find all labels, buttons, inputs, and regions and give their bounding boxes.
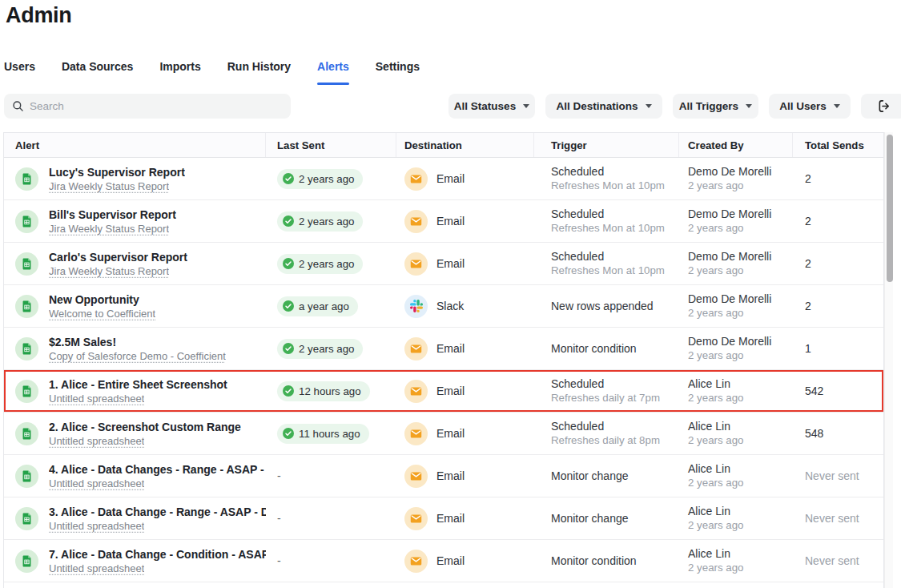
column-header-alert: Alert bbox=[4, 133, 266, 157]
last-sent-empty: - bbox=[277, 512, 281, 525]
destination-label: Email bbox=[436, 257, 465, 270]
total-sends-value: 2 bbox=[805, 300, 811, 312]
trigger-detail: Refreshes Mon at 10pm bbox=[551, 179, 665, 193]
tab-bar: UsersData SourcesImportsRun HistoryAlert… bbox=[4, 58, 420, 79]
table-row[interactable]: Carlo's Supervisor Report Jira Weekly St… bbox=[4, 243, 883, 285]
created-by-name: Alice Lin bbox=[688, 419, 743, 433]
created-by-name: Demo De Morelli bbox=[688, 334, 771, 348]
table-row[interactable]: 7. Alice - Data Change - Condition - ASA… bbox=[4, 540, 883, 582]
email-icon bbox=[404, 337, 428, 360]
created-by-ago: 2 years ago bbox=[688, 264, 771, 278]
tab-imports[interactable]: Imports bbox=[159, 58, 200, 79]
filter-all-destinations[interactable]: All Destinations bbox=[545, 94, 662, 119]
table-row[interactable]: 2. Alice - Screenshot Custom Range Untit… bbox=[4, 413, 883, 455]
alert-source-link[interactable]: Untitled spreadsheet bbox=[49, 477, 144, 490]
trigger-detail: Refreshes Mon at 10pm bbox=[551, 221, 665, 236]
table-row[interactable]: Bill's Supervisor Report Jira Weekly Sta… bbox=[4, 200, 883, 243]
spreadsheet-icon bbox=[15, 507, 38, 530]
trigger-type: New rows appended bbox=[551, 299, 654, 313]
alert-title: 7. Alice - Data Change - Condition - ASA… bbox=[49, 547, 266, 562]
last-sent-badge: 2 years ago bbox=[277, 169, 363, 189]
last-sent-badge: a year ago bbox=[277, 296, 358, 316]
created-by-name: Demo De Morelli bbox=[688, 292, 771, 306]
tab-alerts[interactable]: Alerts bbox=[317, 58, 349, 79]
filter-all-statuses[interactable]: All Statuses bbox=[448, 94, 535, 119]
table-row[interactable]: 1. Alice - Entire Sheet Screenshot Untit… bbox=[4, 370, 883, 413]
last-sent-text: 12 hours ago bbox=[299, 385, 361, 397]
alert-source-link[interactable]: Untitled spreadsheet bbox=[49, 392, 144, 405]
search-icon bbox=[12, 100, 24, 112]
destination-label: Email bbox=[436, 215, 465, 228]
trigger-detail: Refreshes daily at 8pm bbox=[551, 433, 660, 448]
created-by-name: Alice Lin bbox=[688, 377, 743, 391]
alert-source-link[interactable]: Jira Weekly Status Report bbox=[49, 264, 169, 278]
alert-title: New Opportunity bbox=[49, 292, 155, 307]
partial-row bbox=[4, 582, 883, 588]
search-input[interactable] bbox=[30, 100, 283, 112]
alert-source-link[interactable]: Welcome to Coefficient bbox=[49, 307, 155, 320]
alert-source-link[interactable]: Copy of Salesforce Demo - Coefficient bbox=[49, 349, 226, 363]
created-by-ago: 2 years ago bbox=[688, 391, 743, 405]
total-sends-value: Never sent bbox=[805, 469, 859, 482]
email-icon bbox=[404, 422, 428, 445]
alert-source-link[interactable]: Untitled spreadsheet bbox=[49, 562, 144, 575]
table-row[interactable]: $2.5M Sales! Copy of Salesforce Demo - C… bbox=[4, 328, 883, 370]
check-circle-icon bbox=[283, 258, 294, 269]
created-by-name: Alice Lin bbox=[688, 504, 743, 518]
alert-source-link[interactable]: Untitled spreadsheet bbox=[49, 519, 144, 533]
filter-label: All Triggers bbox=[679, 100, 738, 112]
filter-label: All Users bbox=[779, 100, 827, 112]
email-icon bbox=[404, 210, 428, 233]
table-row[interactable]: 4. Alice - Data Changes - Range - ASAP -… bbox=[4, 455, 883, 497]
last-sent-badge: 2 years ago bbox=[277, 211, 363, 232]
table-row[interactable]: Lucy's Supervisor Report Jira Weekly Sta… bbox=[4, 158, 883, 200]
created-by-ago: 2 years ago bbox=[688, 561, 743, 575]
created-by-name: Demo De Morelli bbox=[688, 207, 771, 221]
scrollbar-track[interactable] bbox=[884, 132, 893, 588]
table-header-row: AlertLast SentDestinationTriggerCreated … bbox=[4, 133, 883, 158]
last-sent-text: 2 years ago bbox=[299, 215, 354, 228]
total-sends-value: 548 bbox=[805, 427, 823, 440]
filter-all-triggers[interactable]: All Triggers bbox=[673, 94, 758, 119]
tab-run-history[interactable]: Run History bbox=[227, 58, 291, 79]
last-sent-text: a year ago bbox=[299, 300, 349, 312]
last-sent-badge: 2 years ago bbox=[277, 254, 363, 274]
tab-settings[interactable]: Settings bbox=[376, 58, 420, 79]
check-circle-icon bbox=[283, 173, 294, 184]
export-button[interactable] bbox=[861, 94, 901, 119]
table-row[interactable]: New Opportunity Welcome to Coefficient a… bbox=[4, 285, 883, 328]
filter-all-users[interactable]: All Users bbox=[769, 94, 851, 119]
trigger-type: Scheduled bbox=[551, 164, 665, 179]
tab-users[interactable]: Users bbox=[4, 58, 35, 79]
alert-source-link[interactable]: Jira Weekly Status Report bbox=[49, 222, 169, 236]
scrollbar-thumb[interactable] bbox=[887, 135, 893, 282]
search-box[interactable] bbox=[4, 94, 291, 119]
last-sent-empty: - bbox=[277, 469, 281, 482]
check-circle-icon bbox=[283, 428, 294, 439]
destination-label: Email bbox=[436, 512, 465, 525]
total-sends-value: 1 bbox=[805, 342, 811, 355]
last-sent-badge: 11 hours ago bbox=[277, 424, 369, 444]
created-by-name: Alice Lin bbox=[688, 461, 743, 476]
alert-title: Bill's Supervisor Report bbox=[49, 207, 176, 222]
tab-data-sources[interactable]: Data Sources bbox=[62, 58, 133, 79]
spreadsheet-icon bbox=[15, 337, 38, 360]
export-icon bbox=[876, 99, 891, 114]
last-sent-badge: 12 hours ago bbox=[277, 381, 370, 401]
alert-title: $2.5M Sales! bbox=[49, 335, 226, 349]
destination-label: Email bbox=[436, 385, 465, 397]
created-by-ago: 2 years ago bbox=[688, 306, 771, 320]
created-by-name: Demo De Morelli bbox=[688, 249, 771, 264]
email-icon bbox=[404, 550, 428, 573]
alert-source-link[interactable]: Jira Weekly Status Report bbox=[49, 179, 169, 193]
trigger-type: Monitor change bbox=[551, 469, 629, 483]
total-sends-value: Never sent bbox=[805, 512, 859, 525]
alert-title: 1. Alice - Entire Sheet Screenshot bbox=[49, 377, 227, 392]
trigger-type: Monitor condition bbox=[551, 554, 637, 568]
check-circle-icon bbox=[283, 343, 294, 354]
created-by-name: Demo De Morelli bbox=[688, 164, 771, 179]
trigger-type: Scheduled bbox=[551, 419, 660, 433]
table-row[interactable]: 3. Alice - Data Change - Range - ASAP - … bbox=[4, 497, 883, 540]
alert-source-link[interactable]: Untitled spreadsheet bbox=[49, 434, 144, 448]
toolbar: All StatusesAll DestinationsAll Triggers… bbox=[0, 94, 901, 119]
